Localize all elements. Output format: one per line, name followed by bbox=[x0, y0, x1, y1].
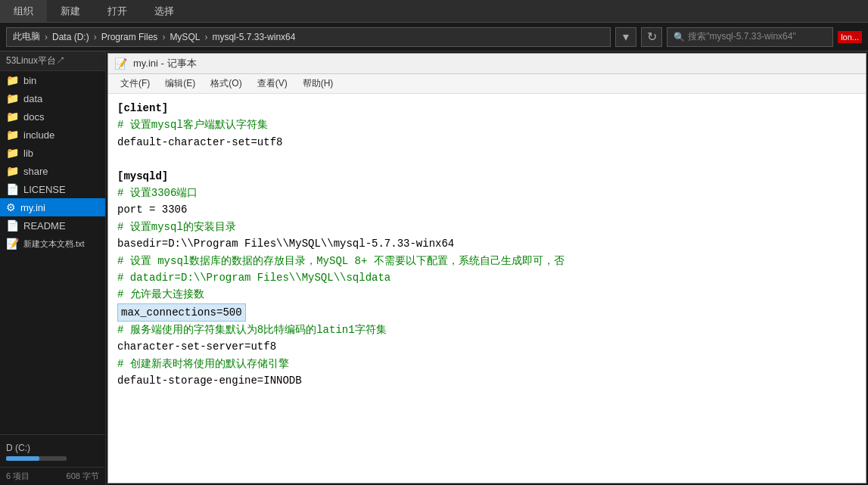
sidebar-item-docs[interactable]: 📁 docs bbox=[0, 107, 105, 126]
code-basedir: basedir=D:\\Program Files\\MySQL\\mysql-… bbox=[117, 238, 454, 250]
sidebar-label-myini: my.ini bbox=[20, 202, 45, 213]
file-size: 608 字节 bbox=[67, 471, 99, 482]
sidebar-header: 53Linux平台↗ bbox=[0, 51, 105, 71]
sidebar-label-include: include bbox=[23, 129, 54, 141]
path-thispc[interactable]: 此电脑 bbox=[13, 30, 40, 43]
sidebar-item-readme[interactable]: 📄 README bbox=[0, 216, 105, 235]
sidebar-item-license[interactable]: 📄 LICENSE bbox=[0, 180, 105, 198]
sidebar: 53Linux平台↗ 📁 bin 📁 data 📁 docs 📁 include… bbox=[0, 51, 106, 485]
address-bar: 此电脑 › Data (D:) › Program Files › MySQL … bbox=[0, 23, 868, 51]
code-storage-engine: default-storage-engine=INNODB bbox=[117, 375, 302, 387]
sidebar-item-include[interactable]: 📁 include bbox=[0, 126, 105, 144]
notepad-titlebar: 📝 my.ini - 记事本 bbox=[108, 54, 866, 74]
comment-4: # 设置 mysql数据库的数据的存放目录，MySQL 8+ 不需要以下配置，系… bbox=[117, 255, 565, 267]
path-sep-3: › bbox=[162, 32, 165, 42]
items-count: 6 项目 bbox=[6, 471, 30, 482]
toolbar-new[interactable]: 新建 bbox=[47, 0, 94, 22]
menu-format[interactable]: 格式(O) bbox=[204, 76, 247, 92]
notepad-icon: 📝 bbox=[114, 58, 127, 70]
sidebar-label-data: data bbox=[23, 93, 42, 104]
comment-2: # 设置3306端口 bbox=[117, 187, 198, 199]
sidebar-item-lib[interactable]: 📁 lib bbox=[0, 144, 105, 162]
sidebar-label-lib: lib bbox=[23, 148, 33, 159]
toolbar-open[interactable]: 打开 bbox=[94, 0, 141, 22]
drive-item: D (C:) bbox=[6, 441, 99, 455]
comment-7: # 服务端使用的字符集默认为8比特编码的latin1字符集 bbox=[117, 324, 387, 336]
comment-6: # 允许最大连接数 bbox=[117, 288, 204, 300]
comment-8: # 创建新表时将使用的默认存储引擎 bbox=[117, 358, 289, 370]
gear-icon-myini: ⚙ bbox=[6, 201, 16, 213]
path-mysqlver[interactable]: mysql-5.7.33-winx64 bbox=[212, 32, 295, 42]
drive-bar-fill bbox=[6, 456, 39, 461]
main-area: 53Linux平台↗ 📁 bin 📁 data 📁 docs 📁 include… bbox=[0, 51, 868, 485]
search-icon: 🔍 bbox=[674, 32, 685, 42]
search-box[interactable]: 🔍 搜索"mysql-5.7.33-winx64" bbox=[667, 27, 833, 47]
path-mysql[interactable]: MySQL bbox=[170, 32, 200, 42]
notepad-title: my.ini - 记事本 bbox=[133, 57, 860, 70]
path-sep-4: › bbox=[204, 32, 207, 42]
sidebar-label-newtxt: 新建文本文档.txt bbox=[23, 238, 85, 250]
folder-icon-lib: 📁 bbox=[6, 147, 19, 159]
menu-view[interactable]: 查看(V) bbox=[251, 76, 294, 92]
refresh-button[interactable]: ↻ bbox=[641, 27, 662, 47]
sidebar-bottom: D (C:) bbox=[0, 434, 105, 467]
sidebar-item-data[interactable]: 📁 data bbox=[0, 89, 105, 107]
file-icon-readme: 📄 bbox=[6, 219, 19, 232]
sidebar-label-license: LICENSE bbox=[23, 184, 66, 195]
path-programfiles[interactable]: Program Files bbox=[101, 32, 158, 42]
menu-edit[interactable]: 编辑(E) bbox=[159, 76, 201, 92]
file-list-footer: 6 项目 608 字节 bbox=[0, 467, 105, 485]
path-sep-1: › bbox=[45, 32, 48, 42]
drive-bar-bg bbox=[6, 456, 67, 461]
code-charset: default-character-set=utf8 bbox=[117, 136, 282, 148]
sidebar-label-share: share bbox=[23, 166, 48, 177]
sidebar-label-bin: bin bbox=[23, 75, 36, 86]
sidebar-item-newtxt[interactable]: 📝 新建文本文档.txt bbox=[0, 235, 105, 253]
top-toolbar: 组织 新建 打开 选择 bbox=[0, 0, 868, 23]
file-icon-license: 📄 bbox=[6, 183, 19, 195]
notepad-menubar: 文件(F) 编辑(E) 格式(O) 查看(V) 帮助(H) bbox=[108, 74, 866, 94]
toolbar-select[interactable]: 选择 bbox=[141, 0, 188, 22]
code-maxconn: max_connections=500 bbox=[117, 303, 246, 322]
drive-label: D (C:) bbox=[6, 443, 30, 453]
file-icon-newtxt: 📝 bbox=[6, 238, 19, 250]
comment-5: # datadir=D:\\Program Files\\MySQL\\sqld… bbox=[117, 272, 390, 284]
notepad-content[interactable]: [client] # 设置mysql客户端默认字符集 default-chara… bbox=[108, 94, 866, 483]
section-client: [client] bbox=[117, 102, 168, 114]
code-port: port = 3306 bbox=[117, 204, 187, 216]
address-path[interactable]: 此电脑 › Data (D:) › Program Files › MySQL … bbox=[6, 27, 611, 47]
sidebar-item-myini[interactable]: ⚙ my.ini bbox=[0, 198, 105, 216]
path-dropdown-button[interactable]: ▾ bbox=[615, 27, 636, 47]
comment-3: # 设置mysql的安装目录 bbox=[117, 221, 236, 233]
folder-icon-bin: 📁 bbox=[6, 74, 19, 86]
menu-help[interactable]: 帮助(H) bbox=[297, 76, 340, 92]
corner-tag: lon... bbox=[838, 31, 862, 43]
folder-icon-docs: 📁 bbox=[6, 110, 19, 123]
sidebar-label-readme: README bbox=[23, 220, 66, 232]
sidebar-item-bin[interactable]: 📁 bin bbox=[0, 71, 105, 89]
comment-1: # 设置mysql客户端默认字符集 bbox=[117, 119, 268, 131]
sidebar-item-share[interactable]: 📁 share bbox=[0, 162, 105, 180]
code-server-charset: character-set-server=utf8 bbox=[117, 340, 276, 353]
folder-icon-data: 📁 bbox=[6, 92, 19, 104]
toolbar-organize[interactable]: 组织 bbox=[0, 0, 47, 22]
path-drive[interactable]: Data (D:) bbox=[52, 32, 89, 42]
sidebar-file-list: 📁 bin 📁 data 📁 docs 📁 include 📁 lib 📁 bbox=[0, 71, 105, 434]
menu-file[interactable]: 文件(F) bbox=[114, 76, 156, 92]
search-placeholder: 搜索"mysql-5.7.33-winx64" bbox=[688, 30, 796, 43]
path-sep-2: › bbox=[94, 32, 97, 42]
notepad-window: 📝 my.ini - 记事本 文件(F) 编辑(E) 格式(O) 查看(V) 帮… bbox=[107, 53, 866, 483]
section-mysqld: [mysqld] bbox=[117, 170, 168, 182]
folder-icon-include: 📁 bbox=[6, 129, 19, 141]
sidebar-label-docs: docs bbox=[23, 111, 44, 123]
folder-icon-share: 📁 bbox=[6, 165, 19, 177]
